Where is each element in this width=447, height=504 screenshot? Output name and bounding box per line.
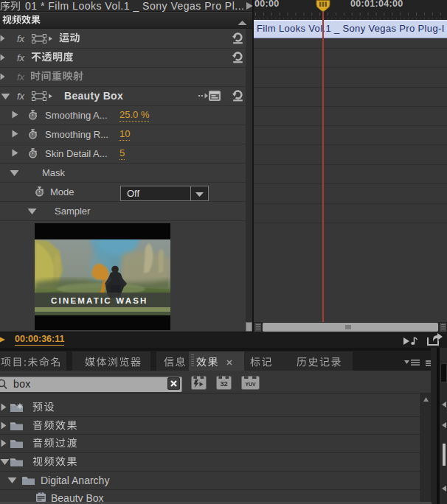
svg-text:YUV: YUV (246, 382, 256, 387)
svg-text:32: 32 (220, 380, 227, 388)
svg-text:CINEMATIC WASH: CINEMATIC WASH (51, 296, 148, 305)
